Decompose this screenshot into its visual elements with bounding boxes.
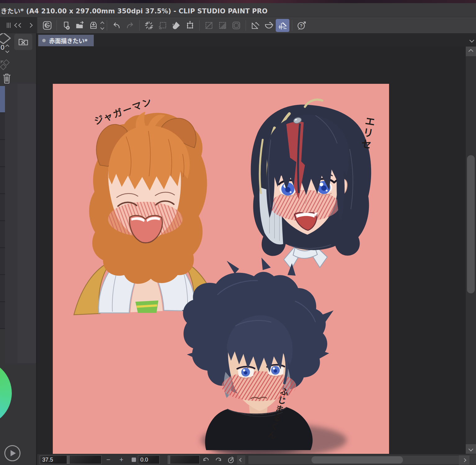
document-tab[interactable]: 赤面描きたい* — [38, 35, 94, 46]
clip-studio-support-button[interactable]: ? — [295, 19, 308, 32]
rotate-cw-button[interactable] — [214, 456, 223, 464]
open-file-button[interactable] — [73, 19, 87, 32]
invert-selection-button[interactable] — [156, 19, 170, 32]
tab-list-button[interactable] — [470, 38, 474, 43]
scale-rotate-button[interactable] — [183, 19, 197, 32]
deselect-burst-icon — [144, 20, 154, 30]
list-item[interactable] — [0, 140, 5, 167]
triangle-icon — [11, 450, 16, 456]
save-options-button[interactable] — [101, 22, 104, 29]
toolbar-divider — [292, 20, 292, 31]
save-icon — [88, 20, 98, 30]
toolbar-divider — [57, 20, 57, 31]
fill-button[interactable] — [170, 19, 183, 32]
vertical-scrollbar-thumb[interactable] — [467, 155, 475, 293]
zoom-out-button[interactable]: − — [104, 455, 113, 464]
canvas-workspace: ジャガーマン エリセ ふじまるくん — [37, 47, 466, 454]
rotation-slider[interactable] — [170, 455, 200, 464]
snap-to-ruler-button[interactable] — [248, 19, 262, 32]
toolbar-divider — [139, 20, 140, 31]
chevron-down-icon — [5, 49, 9, 53]
fill-bucket-icon — [171, 20, 181, 30]
color-wheel[interactable] — [0, 360, 12, 426]
zoom-value-field[interactable]: 37.5 — [40, 455, 67, 464]
diamonds-icon — [0, 59, 12, 72]
palette-value[interactable]: 0 — [1, 43, 4, 52]
zoom-in-button[interactable]: + — [117, 455, 126, 464]
zoom-slider[interactable] — [69, 455, 102, 464]
chevron-left-icon — [18, 23, 23, 28]
collapse-left-button[interactable] — [15, 24, 22, 27]
collapse-navigation-button[interactable] — [237, 455, 245, 464]
vertical-scrollbar[interactable] — [466, 47, 476, 454]
transform-frame-icon — [185, 20, 195, 30]
toolbar-divider — [107, 20, 107, 31]
list-item-selected[interactable] — [0, 86, 5, 113]
snap-to-grid-button[interactable] — [276, 19, 289, 32]
canvas-artwork: ジャガーマン エリセ ふじまるくん — [53, 84, 389, 454]
clear-outside-selection-button[interactable] — [216, 19, 229, 32]
title-bar: きたい* (A4 210.00 x 297.00mm 350dpi 37.5%)… — [0, 3, 476, 17]
help-icon: ? — [297, 20, 306, 30]
crop-icon — [231, 20, 241, 30]
clear-button[interactable] — [202, 19, 216, 32]
document-canvas[interactable]: ジャガーマン エリセ ふじまるくん — [53, 84, 389, 454]
fit-to-screen-button[interactable] — [129, 455, 138, 464]
chevron-down-icon — [100, 26, 104, 30]
clear-outside-icon — [218, 20, 228, 30]
horizontal-scrollbar[interactable] — [248, 456, 459, 464]
palette-drag-handle-icon[interactable] — [7, 23, 11, 28]
chevron-up-icon — [469, 49, 474, 54]
chevron-down-icon — [469, 447, 474, 452]
scroll-right-button[interactable] — [459, 455, 469, 465]
folder-close-icon — [18, 37, 29, 47]
chevron-right-icon — [462, 458, 466, 462]
new-document-icon — [61, 20, 71, 30]
chevron-left-icon — [239, 458, 243, 462]
new-document-button[interactable] — [59, 19, 73, 32]
close-folder-button[interactable] — [14, 34, 32, 50]
list-item[interactable] — [0, 248, 5, 275]
list-item[interactable] — [0, 194, 5, 221]
crop-button[interactable] — [229, 19, 243, 32]
toolbar-divider — [246, 20, 246, 31]
color-wheel-toggle-button[interactable] — [4, 445, 20, 461]
rotate-ccw-button[interactable] — [202, 456, 210, 464]
main-toolbar: ? — [37, 17, 476, 33]
canvas-label-erice: エリセ — [359, 115, 376, 151]
trash-icon[interactable] — [2, 72, 12, 85]
open-folder-icon — [75, 20, 85, 30]
undo-button[interactable] — [110, 19, 123, 32]
chevron-right-icon — [28, 23, 33, 28]
save-file-button[interactable] — [87, 19, 100, 32]
toolbar-divider — [199, 20, 200, 31]
list-item[interactable] — [0, 113, 5, 140]
expand-right-button[interactable] — [29, 23, 32, 28]
reset-rotation-icon — [229, 457, 234, 463]
rotate-ccw-icon — [204, 458, 208, 461]
deselect-button[interactable] — [142, 19, 156, 32]
list-item[interactable] — [0, 221, 5, 248]
list-item[interactable] — [0, 302, 5, 329]
reset-rotation-button[interactable] — [227, 456, 235, 464]
list-item[interactable] — [0, 275, 5, 302]
character-jaguarman — [74, 112, 219, 315]
clip-studio-logo-button[interactable] — [40, 19, 54, 32]
redo-button[interactable] — [123, 19, 137, 32]
horizontal-scrollbar-thumb[interactable] — [311, 456, 403, 463]
scroll-up-button[interactable] — [466, 47, 476, 56]
snap-to-special-ruler-button[interactable] — [262, 19, 276, 32]
svg-text:?: ? — [300, 23, 303, 28]
slider-handle[interactable] — [168, 455, 170, 464]
character-erice — [251, 100, 371, 269]
rotation-value-field[interactable]: 0.0 — [138, 455, 160, 464]
snap-special-ruler-icon — [264, 20, 274, 30]
rotate-cw-icon — [216, 458, 221, 461]
scroll-down-button[interactable] — [466, 444, 476, 454]
clip-studio-paint-window: きたい* (A4 210.00 x 297.00mm 350dpi 37.5%)… — [0, 0, 476, 465]
slider-handle[interactable] — [67, 455, 69, 464]
value-stepper[interactable] — [6, 45, 9, 52]
clear-icon — [204, 20, 214, 30]
undo-icon — [111, 20, 121, 30]
list-item[interactable] — [0, 167, 5, 194]
